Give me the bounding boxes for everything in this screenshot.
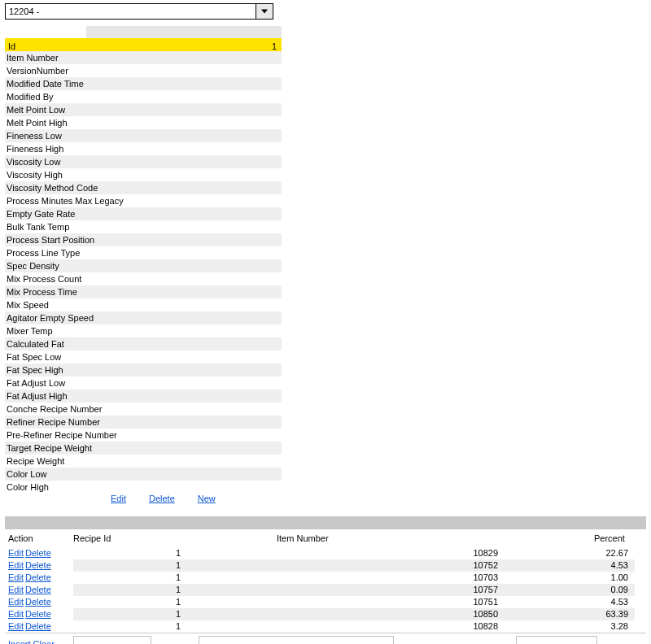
detail-label: Pre-Refiner Recipe Number [5, 429, 145, 442]
col-action-header: Action [8, 533, 73, 543]
table-row: EditDelete1107570.09 [5, 584, 646, 596]
cell-recipe-id: 1 [73, 547, 187, 559]
detail-row: Mix Process Time [5, 285, 282, 298]
detail-row: Viscosity High [5, 168, 282, 181]
detail-header-blank [86, 26, 282, 38]
detail-label: Viscosity Low [5, 155, 145, 168]
row-delete-link[interactable]: Delete [25, 621, 51, 631]
detail-label: Process Line Type [5, 246, 145, 259]
cell-recipe-id: 1 [73, 584, 187, 596]
detail-label: Color High [5, 481, 145, 494]
detail-label: Melt Point Low [5, 103, 145, 116]
detail-value [145, 363, 282, 376]
detail-row: Melt Point High [5, 116, 282, 129]
edit-link[interactable]: Edit [111, 494, 126, 503]
cell-item-number: 10850 [187, 608, 505, 620]
dropdown-button[interactable] [256, 4, 273, 19]
detail-value [145, 51, 282, 64]
item-select-dropdown[interactable]: 12204 - [5, 3, 273, 20]
row-actions: EditDelete [8, 584, 73, 596]
detail-value [145, 376, 282, 389]
detail-row: Process Line Type [5, 246, 282, 259]
sub-footer-row: Insert Clear [5, 633, 646, 644]
detail-label: Fineness Low [5, 129, 145, 142]
detail-label: Calculated Fat [5, 337, 145, 350]
cell-recipe-id: 1 [73, 608, 187, 620]
sub-column-headers: Action Recipe Id Item Number Percent [5, 529, 646, 547]
footer-actions: Insert Clear [8, 639, 73, 644]
row-edit-link[interactable]: Edit [8, 548, 24, 558]
delete-link[interactable]: Delete [149, 494, 175, 503]
detail-value [145, 129, 282, 142]
detail-row: Melt Point Low [5, 103, 282, 116]
detail-label: Fat Spec High [5, 363, 145, 376]
detail-label: Item Number [5, 51, 145, 64]
row-edit-link[interactable]: Edit [8, 585, 24, 594]
cell-percent: 3.28 [505, 620, 635, 633]
detail-value [145, 311, 282, 324]
detail-label: Fineness High [5, 142, 145, 155]
detail-value [145, 64, 282, 77]
detail-row: Refiner Recipe Number [5, 416, 282, 429]
cell-percent: 4.53 [505, 559, 635, 572]
detail-row: Pre-Refiner Recipe Number [5, 429, 282, 442]
detail-row: Process Start Position [5, 233, 282, 246]
clear-link[interactable]: Clear [33, 639, 55, 644]
percent-input[interactable] [516, 636, 597, 644]
detail-value [145, 429, 282, 442]
detail-row: Spec Density [5, 259, 282, 272]
detail-value [145, 324, 282, 337]
detail-label: Melt Point High [5, 116, 145, 129]
detail-label: Mix Speed [5, 298, 145, 311]
detail-value [145, 246, 282, 259]
cell-percent: 1.00 [505, 572, 635, 584]
cell-recipe-id: 1 [73, 620, 187, 633]
col-recipe-header: Recipe Id [73, 533, 187, 543]
detail-value [145, 142, 282, 155]
detail-label: VersionNumber [5, 64, 145, 77]
detail-label: Spec Density [5, 259, 145, 272]
sub-table: Action Recipe Id Item Number Percent Edi… [5, 516, 646, 644]
row-delete-link[interactable]: Delete [25, 560, 51, 570]
detail-label: Conche Recipe Number [5, 402, 145, 416]
detail-value [145, 90, 282, 103]
detail-value [145, 402, 282, 416]
table-row: EditDelete1107031.00 [5, 572, 646, 584]
row-delete-link[interactable]: Delete [25, 597, 51, 607]
new-link[interactable]: New [198, 494, 216, 503]
row-delete-link[interactable]: Delete [25, 548, 51, 558]
row-edit-link[interactable]: Edit [8, 572, 24, 582]
recipe-id-input[interactable] [73, 636, 151, 644]
cell-item-number: 10829 [187, 547, 505, 559]
detail-label: Bulk Tank Temp [5, 220, 145, 233]
chevron-down-icon [261, 9, 268, 14]
detail-label: Fat Adjust High [5, 389, 145, 402]
detail-label: Viscosity Method Code [5, 181, 145, 194]
row-delete-link[interactable]: Delete [25, 609, 51, 619]
detail-row: Fat Adjust Low [5, 376, 282, 389]
table-row: EditDelete1107524.53 [5, 559, 646, 572]
insert-link[interactable]: Insert [8, 639, 31, 644]
col-item-header: Item Number [187, 533, 505, 543]
table-row: EditDelete1107514.53 [5, 596, 646, 608]
detail-value [145, 233, 282, 246]
detail-value [145, 468, 282, 481]
row-actions: EditDelete [8, 596, 73, 608]
detail-label: Empty Gate Rate [5, 207, 145, 220]
detail-label: Process Start Position [5, 233, 145, 246]
row-edit-link[interactable]: Edit [8, 560, 24, 570]
detail-label: Target Recipe Weight [5, 442, 145, 455]
row-delete-link[interactable]: Delete [25, 585, 51, 594]
row-delete-link[interactable]: Delete [25, 572, 51, 582]
row-edit-link[interactable]: Edit [8, 621, 24, 631]
row-edit-link[interactable]: Edit [8, 597, 24, 607]
row-actions: EditDelete [8, 572, 73, 584]
cell-item-number: 10752 [187, 559, 505, 572]
detail-row: Color Low [5, 468, 282, 481]
item-number-input[interactable] [199, 636, 394, 644]
row-actions: EditDelete [8, 559, 73, 572]
row-edit-link[interactable]: Edit [8, 609, 24, 619]
table-row: EditDelete1108283.28 [5, 620, 646, 633]
detail-value [145, 168, 282, 181]
row-actions: EditDelete [8, 547, 73, 559]
